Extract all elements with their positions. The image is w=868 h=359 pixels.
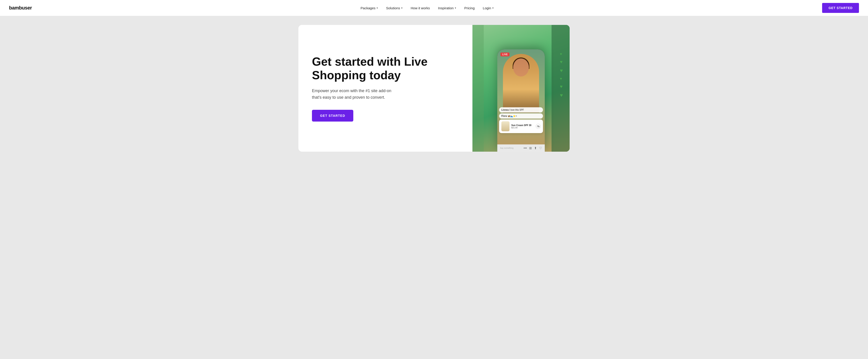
chevron-down-icon: ▾ [492,6,494,9]
chat-text-2: 🦋🏊‍♀️⭐+ [507,115,517,117]
nav-item-login[interactable]: Login ▾ [483,6,494,10]
nav-label-how-it-works: How it works [411,6,430,10]
chat-message-2: Flora 🦋🏊‍♀️⭐+ [499,113,543,119]
add-to-cart-icon[interactable]: 🛍 [536,124,541,129]
nav-item-pricing[interactable]: Pricing [464,6,475,10]
nav-label-solutions: Solutions [386,6,400,10]
heart-icon: ♥ [560,77,563,81]
heart-icon[interactable]: ♡ [539,146,542,150]
chat-username-2: Flora [501,115,507,117]
presenter-body [503,54,539,113]
hero-card: Get started with Live Shopping today Emp… [298,25,569,151]
heart-icon: ♥ [560,59,563,64]
nav-item-how-it-works[interactable]: How it works [411,6,430,10]
more-options-icon[interactable]: ••• [524,146,527,150]
say-something-placeholder: Say something [500,147,522,149]
nav-item-solutions[interactable]: Solutions ▾ [386,6,403,10]
main-content: Get started with Live Shopping today Emp… [0,16,868,161]
product-name: Sun Cream SPF 30 [511,124,534,127]
chat-text-1: I love this SPF [509,109,524,111]
chat-username-1: Linnea [501,109,508,111]
navbar: bambuser Packages ▾ Solutions ▾ How it w… [0,0,868,16]
presenter-head [513,58,529,77]
product-info: Sun Cream SPF 30 $21.00 [511,124,534,129]
product-price: $21.00 [511,127,534,129]
nav-item-inspiration[interactable]: Inspiration ▾ [438,6,456,10]
presenter-area [497,49,545,113]
phone-bottom-bar: Say something ••• ⊞ ⬆ ♡ [497,144,545,151]
hearts-decoration: ♥ ♥ ♥ ♥ ♥ ♥ [560,52,563,98]
phone-screen: LIVE Linnea I love this SPF [497,49,545,144]
product-card: Sun Cream SPF 30 $21.00 🛍 [499,119,543,133]
nav-item-packages[interactable]: Packages ▾ [361,6,378,10]
heart-icon: ♥ [560,84,563,89]
brand-logo: bambuser [9,5,32,11]
phone-action-icons: ••• ⊞ ⬆ ♡ [524,146,542,150]
heart-icon: ♥ [560,52,563,56]
share-icon[interactable]: ⬆ [534,146,537,150]
nav-label-inspiration: Inspiration [438,6,454,10]
hero-right-panel: ♥ ♥ ♥ ♥ ♥ ♥ LIVE [472,25,569,151]
navbar-get-started-button[interactable]: GET STARTED [822,3,859,13]
live-badge: LIVE [500,53,509,56]
nav-label-login: Login [483,6,491,10]
chevron-down-icon: ▾ [377,6,378,9]
heart-icon: ♥ [560,92,563,98]
hero-left-panel: Get started with Live Shopping today Emp… [298,25,472,151]
nav-label-pricing: Pricing [464,6,475,10]
hero-title: Get started with Live Shopping today [312,55,459,82]
chat-overlay: Linnea I love this SPF Flora 🦋🏊‍♀️⭐+ [499,107,543,119]
hero-subtitle: Empower your ecom with the #1 site add-o… [312,88,398,101]
nav-label-packages: Packages [361,6,375,10]
backdrop-left [472,25,484,151]
hero-get-started-button[interactable]: GET STARTED [312,110,353,121]
product-image [501,121,509,131]
grid-icon: ⊞ [529,146,532,150]
chat-message-1: Linnea I love this SPF [499,107,543,112]
heart-icon: ♥ [560,68,563,74]
nav-menu: Packages ▾ Solutions ▾ How it works Insp… [361,6,493,10]
chevron-down-icon: ▾ [401,6,403,9]
chevron-down-icon: ▾ [455,6,456,9]
phone-mockup: LIVE Linnea I love this SPF [497,49,545,151]
